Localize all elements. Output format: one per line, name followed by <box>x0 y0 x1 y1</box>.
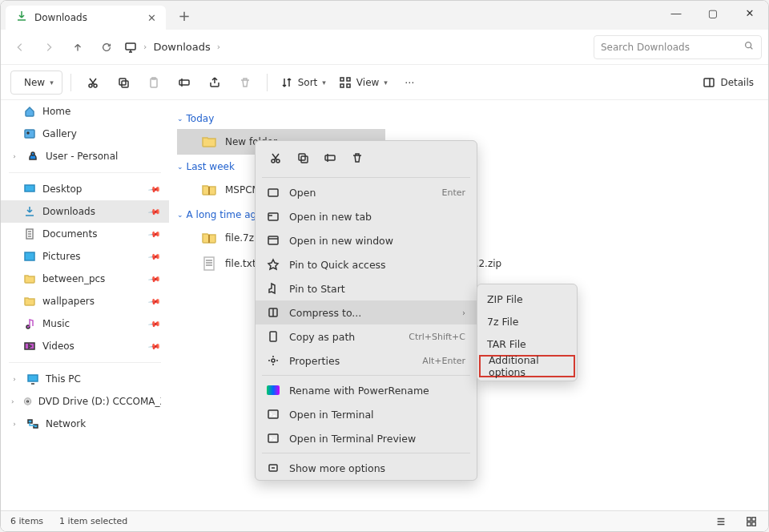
svg-rect-29 <box>747 517 751 520</box>
more-button[interactable]: ⋯ <box>396 71 423 95</box>
cm-terminal-preview[interactable]: Open in Terminal Preview <box>256 426 477 450</box>
breadcrumb[interactable]: › Downloads › <box>124 41 590 54</box>
cm-delete-button[interactable] <box>347 147 368 168</box>
view-button[interactable]: View ▾ <box>334 71 393 95</box>
cut-button[interactable] <box>79 71 107 95</box>
sidebar-item-gallery[interactable]: Gallery <box>1 123 169 145</box>
sidebar-item-documents[interactable]: Documents📌 <box>1 223 169 245</box>
cm-sub-zip[interactable]: ZIP File <box>477 288 577 310</box>
cm-copy-path[interactable]: Copy as pathCtrl+Shift+C <box>256 324 477 349</box>
rename-button[interactable] <box>171 71 198 95</box>
refresh-button[interactable] <box>94 34 119 60</box>
svg-point-25 <box>26 401 28 402</box>
sidebar-item-this-pc[interactable]: ›This PC <box>1 368 169 390</box>
up-button[interactable] <box>65 34 91 60</box>
svg-rect-31 <box>747 522 751 525</box>
terminal-icon <box>267 408 281 421</box>
svg-rect-26 <box>28 420 32 423</box>
share-button[interactable] <box>201 71 228 95</box>
pin-icon: 📌 <box>148 205 161 218</box>
tab-title: Downloads <box>34 12 141 23</box>
cm-open[interactable]: OpenEnter <box>256 180 477 204</box>
delete-button[interactable] <box>232 71 259 95</box>
svg-rect-10 <box>340 78 344 81</box>
properties-icon <box>267 354 281 367</box>
file-item-file7z[interactable]: file.7z <box>177 225 256 251</box>
cm-sub-tar[interactable]: TAR File <box>477 332 577 355</box>
search-icon <box>743 40 755 54</box>
svg-point-16 <box>27 132 29 134</box>
svg-rect-42 <box>270 332 276 341</box>
cm-more-options[interactable]: Show more options <box>256 456 477 480</box>
sidebar-item-user-personal[interactable]: ›User - Personal <box>1 145 169 167</box>
window-tab[interactable]: Downloads ✕ <box>6 6 166 30</box>
cm-open-tab[interactable]: Open in new tab <box>256 204 477 228</box>
sidebar-item-desktop[interactable]: Desktop📌 <box>1 178 169 200</box>
window-icon <box>267 234 281 247</box>
cm-power-rename[interactable]: Rename with PowerRename <box>256 378 477 402</box>
copy-button[interactable] <box>110 71 137 95</box>
sidebar-item-between-pcs[interactable]: between_pcs📌 <box>1 268 169 290</box>
pin-icon <box>267 258 281 271</box>
maximize-button[interactable]: ▢ <box>695 1 731 25</box>
group-today[interactable]: ⌄Today <box>177 113 768 124</box>
sidebar-item-pictures[interactable]: Pictures📌 <box>1 245 169 268</box>
status-count: 6 items <box>10 516 43 526</box>
svg-rect-15 <box>25 130 34 138</box>
sidebar-item-wallpapers[interactable]: wallpapers📌 <box>1 290 169 312</box>
svg-rect-18 <box>25 185 34 191</box>
cm-open-window[interactable]: Open in new window <box>256 228 477 252</box>
text-file-icon <box>201 256 217 272</box>
chevron-right-icon: › <box>9 152 20 160</box>
chevron-down-icon: ▾ <box>384 79 388 87</box>
pin-icon: 📌 <box>148 183 161 195</box>
chevron-right-icon: › <box>217 42 220 52</box>
chevron-down-icon: ▾ <box>322 79 326 87</box>
search-input[interactable]: Search Downloads <box>594 35 762 59</box>
svg-rect-0 <box>126 43 135 50</box>
minimize-button[interactable]: ― <box>658 1 695 25</box>
sidebar-item-dvd[interactable]: ›DVD Drive (D:) CCCOMA_X64FRE_EN <box>1 390 169 413</box>
forward-button[interactable] <box>36 34 62 60</box>
cm-cut-button[interactable] <box>265 147 286 168</box>
new-button[interactable]: New ▾ <box>10 71 62 95</box>
sidebar-item-videos[interactable]: Videos📌 <box>1 335 169 357</box>
paste-button[interactable] <box>140 71 167 95</box>
chevron-right-icon: › <box>9 420 20 428</box>
cm-pin-quick[interactable]: Pin to Quick access <box>256 252 477 276</box>
details-pane-button[interactable]: Details <box>698 71 759 95</box>
close-button[interactable]: ✕ <box>731 1 768 25</box>
details-view-icon[interactable] <box>714 514 728 529</box>
chevron-right-icon: › <box>9 375 20 383</box>
cm-sub-additional[interactable]: Additional options <box>479 355 575 377</box>
cm-sub-7z[interactable]: 7z File <box>477 310 577 332</box>
cm-properties[interactable]: PropertiesAlt+Enter <box>256 349 477 373</box>
sidebar-item-home[interactable]: Home <box>1 100 169 123</box>
sidebar-item-downloads[interactable]: Downloads📌 <box>1 200 169 223</box>
chevron-right-icon: › <box>9 397 17 405</box>
cm-pin-start[interactable]: Pin to Start <box>256 276 477 300</box>
path-icon <box>267 330 281 343</box>
svg-rect-45 <box>268 434 278 442</box>
tab-close-icon[interactable]: ✕ <box>147 12 156 24</box>
cm-terminal[interactable]: Open in Terminal <box>256 402 477 426</box>
cm-rename-button[interactable] <box>320 147 340 168</box>
pin-icon: 📌 <box>148 295 161 308</box>
zip-folder-icon <box>201 230 217 246</box>
back-button[interactable] <box>7 34 33 60</box>
chevron-down-icon: ⌄ <box>177 211 183 219</box>
toolbar: New ▾ Sort ▾ View ▾ ⋯ Details <box>1 65 768 100</box>
sidebar-item-music[interactable]: Music📌 <box>1 312 169 335</box>
new-tab-button[interactable]: + <box>172 7 196 24</box>
sidebar-item-network[interactable]: ›Network <box>1 413 169 435</box>
breadcrumb-item[interactable]: Downloads <box>153 41 210 53</box>
chevron-down-icon: ⌄ <box>177 115 183 123</box>
cm-compress[interactable]: Compress to...› <box>256 300 477 324</box>
cm-copy-button[interactable] <box>292 147 313 168</box>
sort-button[interactable]: Sort ▾ <box>276 71 331 95</box>
svg-rect-9 <box>179 80 189 85</box>
thumbnails-view-icon[interactable] <box>744 514 759 529</box>
file-item-filetxt[interactable]: file.txt <box>177 251 256 276</box>
svg-rect-23 <box>28 375 38 381</box>
pin-icon: 📌 <box>148 317 161 330</box>
